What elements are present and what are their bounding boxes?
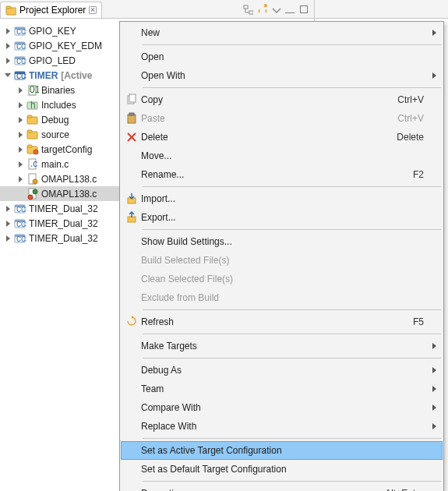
blank-icon [122, 361, 141, 380]
proj-icon [14, 55, 26, 67]
menu-separator [143, 309, 441, 310]
tree-view-icon[interactable] [242, 4, 253, 15]
menu-item: Clean Selected File(s) [121, 270, 443, 288]
tree-item-label: TIMER [29, 70, 58, 81]
menu-item-label: Copy [141, 94, 397, 105]
menu-item-label: Team [141, 383, 424, 394]
expander-icon[interactable] [16, 159, 26, 170]
blank-icon [122, 165, 141, 184]
menu-item-label: Paste [141, 113, 397, 124]
menu-item-label: Set as Active Target Configuration [141, 445, 424, 456]
import-icon [122, 189, 141, 208]
menu-item[interactable]: Compare With [121, 398, 443, 417]
menu-item[interactable]: DeleteDelete [121, 128, 443, 147]
menu-item-label: Debug As [141, 365, 424, 376]
menu-item: PasteCtrl+V [121, 109, 443, 128]
menu-item[interactable]: Debug As [121, 361, 443, 380]
menu-item[interactable]: New [121, 23, 443, 42]
expander-icon[interactable] [3, 26, 14, 37]
menu-item-label: Compare With [141, 402, 424, 413]
menu-item[interactable]: Export... [121, 208, 443, 227]
tree-item-label: TIMER_Dual_32 [29, 218, 98, 229]
menu-item[interactable]: Make Targets [121, 337, 443, 355]
tab-project-explorer[interactable]: Project Explorer [0, 2, 102, 18]
submenu-arrow-icon [432, 30, 436, 36]
tree-item-label: GPIO_KEY_EDM [29, 41, 102, 51]
tree-item-suffix: [Active [61, 70, 92, 81]
menu-item[interactable]: Import... [121, 189, 443, 208]
menu-item-label: Refresh [141, 316, 413, 327]
blank-icon [122, 484, 141, 491]
proj-icon [14, 25, 26, 37]
menu-item[interactable]: CopyCtrl+V [121, 90, 443, 109]
expander-icon[interactable] [3, 218, 14, 229]
menu-item-label: Exclude from Build [141, 292, 424, 303]
blank-icon [122, 251, 141, 270]
menu-item[interactable]: Replace With [121, 417, 443, 436]
expander-icon[interactable] [3, 70, 14, 81]
expander-icon[interactable] [16, 85, 26, 96]
menu-item-label: New [141, 27, 424, 38]
menu-item[interactable]: PropertiesAlt+Enter [121, 484, 443, 491]
menu-item-shortcut: F5 [413, 316, 424, 327]
expander-icon[interactable] [16, 144, 26, 155]
expander-icon[interactable] [3, 41, 14, 51]
tree-item-label: Includes [41, 100, 76, 111]
tree-item-label: TIMER_Dual_32 [29, 203, 98, 214]
refresh-icon [122, 313, 141, 331]
menu-separator [143, 44, 441, 45]
tree-item-label: GPIO_KEY [29, 26, 76, 37]
menu-item-label: Clean Selected File(s) [141, 274, 424, 284]
menu-item[interactable]: Show Build Settings... [121, 232, 443, 251]
menu-item-label: Open [141, 51, 424, 62]
tree-item-label: Binaries [41, 85, 75, 96]
expander-icon[interactable] [3, 203, 14, 214]
link-editor-icon[interactable] [256, 4, 267, 15]
expander-icon[interactable] [16, 129, 26, 140]
menu-item[interactable]: Open With [121, 66, 443, 85]
menu-item-shortcut: Ctrl+V [397, 113, 424, 124]
menu-item-label: Import... [141, 193, 424, 204]
expander-icon[interactable] [16, 174, 26, 185]
submenu-arrow-icon [432, 404, 436, 411]
tree-item-label: main.c [41, 159, 69, 170]
expander-icon[interactable] [3, 233, 14, 244]
maximize-icon[interactable] [298, 4, 309, 15]
close-icon[interactable] [89, 6, 97, 14]
proj-icon [14, 232, 26, 245]
expander-icon[interactable] [16, 115, 26, 125]
menu-item-label: Delete [141, 132, 397, 143]
tab-title: Project Explorer [19, 5, 86, 16]
menu-separator [143, 87, 441, 88]
menu-item[interactable]: Set as Active Target Configuration [121, 441, 443, 460]
blank-icon [122, 66, 141, 85]
blank-icon [122, 337, 141, 355]
menu-item-label: Build Selected File(s) [141, 255, 424, 266]
menu-item-shortcut: Delete [397, 132, 424, 143]
paste-icon [122, 109, 141, 128]
blank-icon [122, 270, 141, 288]
menu-item[interactable]: RefreshF5 [121, 313, 443, 331]
blank-icon [122, 441, 141, 460]
menu-item-shortcut: F2 [413, 169, 424, 180]
minimize-icon[interactable] [284, 4, 295, 15]
proj-icon [14, 203, 26, 215]
menu-item[interactable]: Move... [121, 147, 443, 165]
menu-item[interactable]: Open [121, 48, 443, 66]
tree-item-label: Debug [41, 115, 69, 125]
target-icon [26, 188, 39, 200]
view-toolbar [242, 0, 314, 18]
proj-active-icon [14, 69, 26, 82]
bin-icon [26, 84, 39, 97]
blank-icon [122, 398, 141, 417]
expander-icon[interactable] [16, 100, 26, 111]
menu-item[interactable]: Rename...F2 [121, 165, 443, 184]
view-menu-icon[interactable] [270, 4, 281, 15]
expander-icon[interactable] [3, 55, 14, 66]
blank-icon [122, 460, 141, 479]
menu-item[interactable]: Set as Default Target Configuration [121, 460, 443, 479]
menu-item: Build Selected File(s) [121, 251, 443, 270]
menu-item[interactable]: Team [121, 380, 443, 398]
submenu-arrow-icon [432, 367, 436, 373]
menu-item-label: Replace With [141, 421, 424, 432]
